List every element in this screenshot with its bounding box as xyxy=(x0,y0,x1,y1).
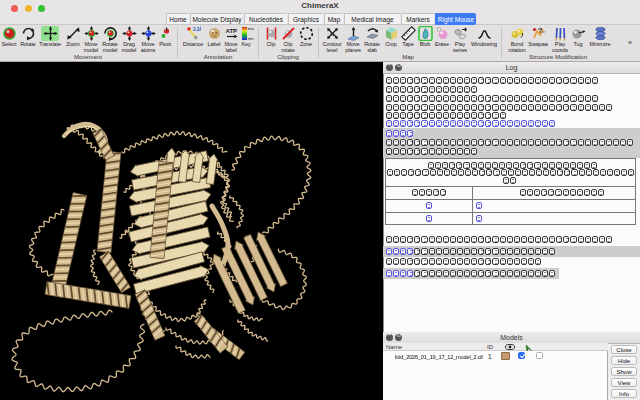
svg-text:max: max xyxy=(247,27,253,31)
svg-text:ATP: ATP xyxy=(225,28,237,34)
svg-text:Asn: Asn xyxy=(539,29,545,33)
svg-text:2.3Å: 2.3Å xyxy=(193,26,201,32)
